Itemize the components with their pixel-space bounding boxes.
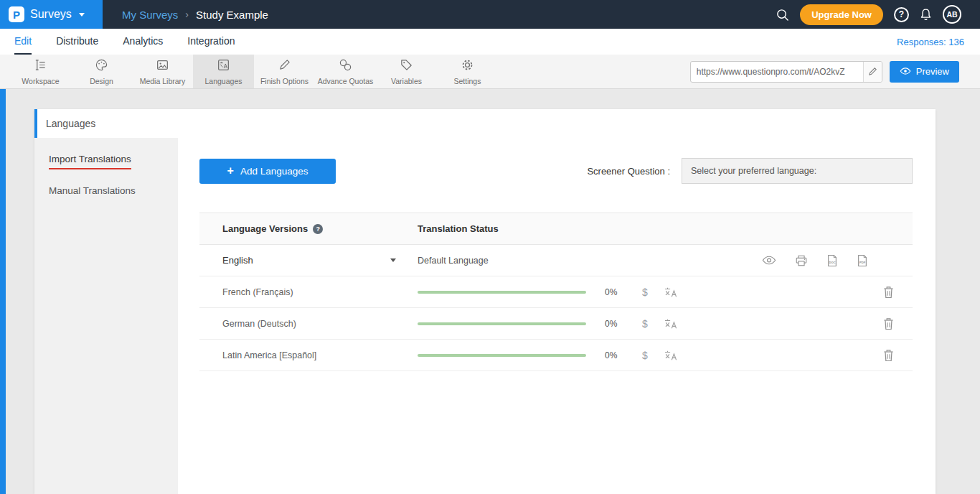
breadcrumb-separator-icon: ›: [185, 9, 189, 20]
toolbar-item-settings[interactable]: Settings: [437, 55, 498, 88]
media-library-icon: [156, 58, 169, 75]
panel-title: Languages: [34, 118, 95, 129]
table-row-default-language: English Default Language: [199, 245, 913, 276]
design-palette-icon: [95, 58, 108, 75]
translation-progress-bar: [418, 291, 586, 294]
search-icon[interactable]: [776, 8, 789, 22]
languages-icon: [217, 58, 230, 75]
breadcrumb-current: Study Example: [196, 9, 268, 21]
toolbar-right: Preview: [690, 55, 980, 88]
order-translation-dollar-icon[interactable]: $: [635, 350, 655, 361]
delete-language-button[interactable]: [883, 317, 894, 330]
breadcrumb: My Surveys › Study Example: [122, 9, 268, 21]
screener-question-group: Screener Question : Select your preferre…: [587, 158, 913, 184]
chevron-down-icon: [79, 13, 85, 17]
order-translation-dollar-icon[interactable]: $: [635, 286, 655, 298]
translation-progress-bar: [418, 322, 586, 325]
default-language-status: Default Language: [418, 256, 489, 266]
chevron-down-icon: [390, 258, 396, 262]
add-languages-button[interactable]: + Add Languages: [199, 159, 336, 184]
workspace-icon: [34, 58, 47, 75]
language-row-french: French (Français) 0% $: [199, 276, 913, 308]
auto-translate-icon[interactable]: [664, 286, 678, 298]
screener-question-label: Screener Question :: [587, 166, 670, 177]
translation-percent: 0%: [605, 287, 626, 297]
toolbar-item-variables[interactable]: Variables: [376, 55, 437, 88]
survey-url-input[interactable]: [691, 67, 863, 77]
breadcrumb-my-surveys[interactable]: My Surveys: [122, 9, 178, 21]
preview-button[interactable]: Preview: [890, 61, 959, 83]
questionpro-logo: P: [9, 6, 24, 22]
app-root: P Surveys My Surveys › Study Example Upg…: [0, 0, 980, 494]
svg-text:DOC: DOC: [829, 260, 836, 264]
help-icon[interactable]: ?: [894, 7, 909, 22]
edit-toolbar: Workspace Design Media Library Languages…: [0, 55, 980, 89]
avatar[interactable]: AB: [943, 5, 961, 24]
order-translation-dollar-icon[interactable]: $: [635, 318, 655, 330]
screener-question-select[interactable]: Select your preferred language:: [682, 158, 913, 184]
toolbar-item-advance-quotas[interactable]: Advance Quotas: [315, 55, 376, 88]
gear-icon: [461, 58, 474, 75]
auto-translate-icon[interactable]: [664, 318, 678, 330]
toolbar-item-media-library[interactable]: Media Library: [132, 55, 193, 88]
content-area: Languages Import Translations Manual Tra…: [0, 89, 980, 494]
default-language-select[interactable]: English: [222, 255, 418, 266]
language-row-german: German (Deutsch) 0% $: [199, 308, 913, 340]
panel-header: Languages: [34, 109, 936, 138]
export-pdf-icon[interactable]: PDF: [857, 254, 868, 267]
table-header-row: Language Versions ? Translation Status: [199, 213, 913, 245]
help-icon[interactable]: ?: [313, 224, 323, 234]
delete-language-button[interactable]: [883, 349, 894, 362]
upgrade-now-button[interactable]: Upgrade Now: [800, 4, 883, 25]
toolbar-item-design[interactable]: Design: [71, 55, 132, 88]
auto-translate-icon[interactable]: [664, 350, 678, 361]
collapsed-sidebar-strip[interactable]: [0, 89, 6, 494]
survey-url-box: [690, 61, 882, 83]
col-translation-status: Translation Status: [418, 223, 499, 234]
tab-analytics[interactable]: Analytics: [123, 29, 163, 55]
preview-eye-icon: [900, 66, 911, 77]
tab-edit[interactable]: Edit: [14, 29, 32, 55]
languages-main: + Add Languages Screener Question : Sele…: [178, 138, 936, 494]
col-language-versions: Language Versions: [222, 223, 308, 234]
delete-language-button[interactable]: [883, 286, 894, 299]
edit-url-pencil-icon[interactable]: [863, 62, 882, 82]
toolbar-item-languages[interactable]: Languages: [193, 55, 254, 88]
responses-count[interactable]: Responses: 136: [897, 37, 964, 47]
advance-quotas-icon: [339, 58, 352, 75]
notifications-bell-icon[interactable]: [920, 8, 932, 22]
topbar: P Surveys My Surveys › Study Example Upg…: [0, 0, 980, 29]
toolbar-item-finish-options[interactable]: Finish Options: [254, 55, 315, 88]
default-row-actions: DOC PDF: [762, 254, 868, 267]
tab-distribute[interactable]: Distribute: [56, 29, 98, 55]
export-doc-icon[interactable]: DOC: [826, 254, 838, 267]
product-name: Surveys: [30, 8, 72, 21]
finish-options-icon: [278, 58, 291, 75]
sidebar-item-manual-translations[interactable]: Manual Translations: [49, 185, 178, 196]
languages-panel: Languages Import Translations Manual Tra…: [34, 109, 936, 494]
accent-bar: [34, 109, 37, 138]
translation-percent: 0%: [605, 319, 626, 329]
print-icon[interactable]: [795, 254, 808, 267]
variables-tag-icon: [400, 58, 413, 75]
svg-text:PDF: PDF: [859, 260, 866, 264]
translation-progress-bar: [418, 354, 586, 357]
view-eye-icon[interactable]: [762, 256, 776, 265]
sidebar-item-import-translations[interactable]: Import Translations: [49, 154, 178, 169]
panel-sidebar: Import Translations Manual Translations: [34, 138, 178, 494]
toolbar-item-workspace[interactable]: Workspace: [10, 55, 71, 88]
language-row-spanish: Latin America [Español] 0% $: [199, 340, 913, 371]
tab-integration[interactable]: Integration: [187, 29, 235, 55]
translation-percent: 0%: [605, 350, 626, 360]
plus-icon: +: [227, 165, 234, 177]
topbar-actions: Upgrade Now ? AB: [776, 4, 980, 25]
product-switcher[interactable]: P Surveys: [0, 0, 103, 29]
survey-section-tabs: Edit Distribute Analytics Integration Re…: [0, 29, 980, 55]
languages-table: Language Versions ? Translation Status E…: [199, 213, 913, 371]
